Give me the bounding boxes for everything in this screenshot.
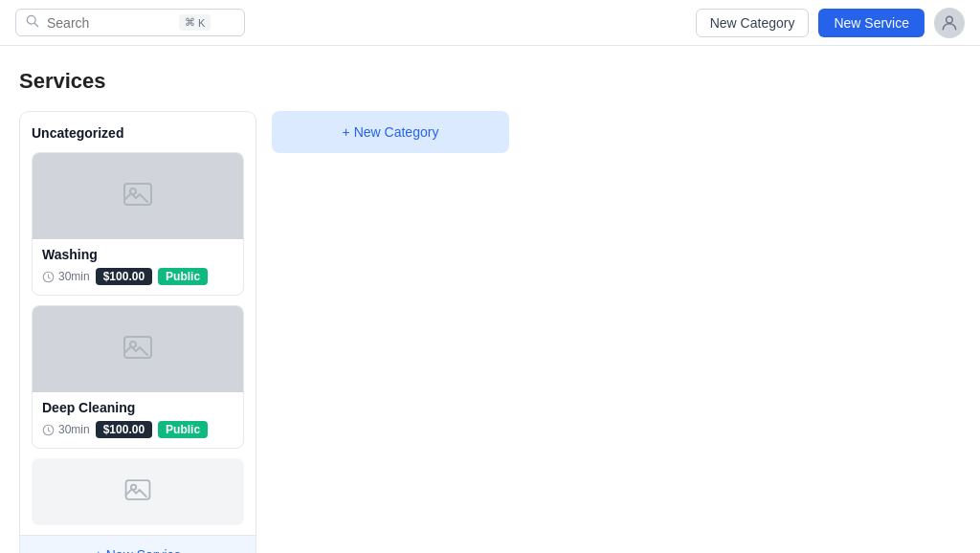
avatar[interactable] <box>934 8 965 38</box>
service-card-body-washing: Washing 30min $100.00 Public <box>33 239 243 295</box>
columns-row: Uncategorized Washing <box>19 111 961 553</box>
page-title: Services <box>19 69 961 94</box>
search-shortcut: ⌘ K <box>179 14 211 31</box>
service-meta-washing: 30min $100.00 Public <box>42 268 234 285</box>
topbar: ⌘ K New Category New Service <box>0 0 980 46</box>
service-visibility-badge-deep-cleaning: Public <box>158 421 208 438</box>
service-name-washing: Washing <box>42 247 234 262</box>
new-service-button-top[interactable]: New Service <box>818 9 924 37</box>
image-placeholder-icon-2 <box>121 330 155 368</box>
service-price-badge-deep-cleaning: $100.00 <box>96 421 152 438</box>
new-category-button-top[interactable]: New Category <box>696 9 810 37</box>
topbar-right: New Category New Service <box>696 8 965 38</box>
svg-line-1 <box>34 23 38 27</box>
search-box[interactable]: ⌘ K <box>15 9 245 36</box>
service-visibility-badge-washing: Public <box>158 268 208 285</box>
service-price-badge-washing: $100.00 <box>96 268 152 285</box>
new-service-button-bottom[interactable]: + New Service <box>20 535 256 553</box>
search-input[interactable] <box>47 15 171 31</box>
page-content: Services Uncategorized Washing <box>0 46 980 553</box>
service-duration-deep-cleaning: 30min <box>42 423 90 436</box>
add-category-button[interactable]: + New Category <box>272 111 509 153</box>
service-card-image-deep-cleaning <box>33 306 243 392</box>
image-placeholder-icon <box>121 177 155 215</box>
service-card-deep-cleaning[interactable]: Deep Cleaning 30min $100.00 Public <box>32 305 244 449</box>
category-title: Uncategorized <box>32 125 244 141</box>
svg-point-2 <box>947 16 953 23</box>
service-card-image-washing <box>33 153 243 239</box>
search-icon <box>26 14 39 31</box>
uncategorized-column: Uncategorized Washing <box>19 111 256 553</box>
service-card-body-deep-cleaning: Deep Cleaning 30min $100.00 Public <box>33 392 243 448</box>
service-name-deep-cleaning: Deep Cleaning <box>42 400 234 415</box>
service-duration-washing: 30min <box>42 270 90 283</box>
new-service-placeholder-card <box>32 458 244 525</box>
service-card[interactable]: Washing 30min $100.00 Public <box>32 152 244 296</box>
image-placeholder-icon-3 <box>122 475 153 509</box>
service-meta-deep-cleaning: 30min $100.00 Public <box>42 421 234 438</box>
